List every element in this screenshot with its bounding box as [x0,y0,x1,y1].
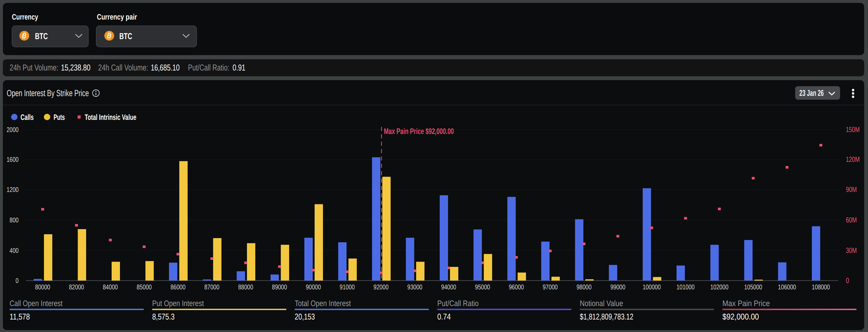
svg-text:82000: 82000 [69,283,84,291]
svg-text:Currency pair: Currency pair [97,13,137,22]
svg-text:100000: 100000 [643,283,660,291]
svg-text:$1,812,809,783.12: $1,812,809,783.12 [580,312,633,322]
svg-text:Put/Call Ratio: Put/Call Ratio [437,299,478,308]
svg-text:0: 0 [846,276,849,285]
svg-text:24h Call Volume:: 24h Call Volume: [98,63,148,72]
svg-text:86000: 86000 [170,283,185,291]
svg-text:89000: 89000 [272,283,287,291]
svg-text:105000: 105000 [744,283,762,291]
svg-text:90M: 90M [846,185,857,194]
svg-text:97000: 97000 [543,283,558,291]
svg-text:88000: 88000 [238,283,253,291]
svg-text:800: 800 [10,216,19,224]
svg-text:Puts: Puts [54,113,65,122]
svg-text:150M: 150M [846,125,860,134]
svg-text:Total Intrinsic Value: Total Intrinsic Value [85,113,136,122]
svg-text:8,575.3: 8,575.3 [152,312,175,322]
svg-text:92000: 92000 [373,283,389,291]
svg-text:2000: 2000 [6,126,19,134]
svg-text:400: 400 [10,247,19,255]
svg-text:$92,000.00: $92,000.00 [722,312,759,322]
svg-text:120M: 120M [846,155,860,163]
svg-text:1600: 1600 [6,156,19,163]
svg-text:91000: 91000 [340,283,355,291]
svg-text:15,238.80: 15,238.80 [61,63,90,72]
svg-text:84000: 84000 [103,283,118,291]
svg-text:23 Jan 26: 23 Jan 26 [799,88,824,98]
svg-text:BTC: BTC [119,31,132,41]
svg-text:Put Open Interest: Put Open Interest [152,299,204,308]
svg-text:95000: 95000 [475,283,490,291]
svg-text:90000: 90000 [306,283,321,291]
svg-text:11,578: 11,578 [10,312,30,322]
svg-text:108000: 108000 [812,283,830,291]
svg-text:99000: 99000 [611,283,625,291]
svg-text:101000: 101000 [677,283,694,291]
svg-text:Currency: Currency [12,13,38,22]
svg-text:102000: 102000 [710,283,728,291]
svg-text:Notional Value: Notional Value [580,299,623,308]
svg-text:16,685.10: 16,685.10 [151,63,180,72]
svg-text:87000: 87000 [204,283,219,291]
svg-text:0.74: 0.74 [437,312,451,322]
svg-text:20,153: 20,153 [295,312,315,322]
svg-text:106000: 106000 [778,283,796,291]
svg-text:Total Open Interest: Total Open Interest [295,299,351,308]
svg-text:94000: 94000 [441,283,456,291]
svg-text:Calls: Calls [21,113,34,122]
svg-text:Put/Call Ratio:: Put/Call Ratio: [188,63,229,72]
svg-text:1200: 1200 [6,186,19,194]
svg-text:Call Open Interest: Call Open Interest [10,299,63,308]
svg-text:Max Pain Price: Max Pain Price [722,299,770,308]
svg-text:Max Pain Price $92,000.00: Max Pain Price $92,000.00 [384,127,454,136]
svg-text:93000: 93000 [407,283,423,291]
svg-text:85000: 85000 [137,283,152,291]
svg-text:30M: 30M [846,246,857,255]
svg-text:24h Put Volume:: 24h Put Volume: [10,63,58,72]
svg-text:0.91: 0.91 [232,63,245,72]
svg-text:BTC: BTC [35,31,48,41]
svg-text:0: 0 [16,277,19,285]
svg-text:80000: 80000 [35,283,50,291]
svg-text:98000: 98000 [577,283,591,291]
svg-text:60M: 60M [846,216,857,224]
svg-text:96000: 96000 [509,283,524,291]
svg-text:Open Interest By Strike Price: Open Interest By Strike Price [7,88,89,98]
